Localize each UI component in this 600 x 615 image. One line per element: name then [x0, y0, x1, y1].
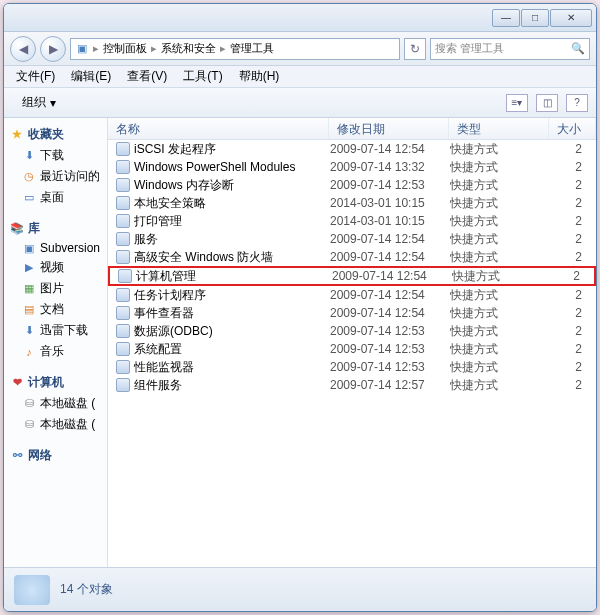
explorer-window: — □ ✕ ◀ ▶ ▣ ▸ 控制面板 ▸ 系统和安全 ▸ 管理工具 ↻ 搜索 管… — [3, 3, 597, 612]
sidebar-item-subversion[interactable]: ▣Subversion — [4, 239, 107, 257]
file-row[interactable]: 任务计划程序2009-07-14 12:54快捷方式2 — [108, 286, 596, 304]
shortcut-icon — [116, 250, 130, 264]
refresh-button[interactable]: ↻ — [404, 38, 426, 60]
file-row[interactable]: Windows 内存诊断2009-07-14 12:53快捷方式2 — [108, 176, 596, 194]
file-row[interactable]: 数据源(ODBC)2009-07-14 12:53快捷方式2 — [108, 322, 596, 340]
file-row[interactable]: iSCSI 发起程序2009-07-14 12:54快捷方式2 — [108, 140, 596, 158]
file-row[interactable]: 性能监视器2009-07-14 12:53快捷方式2 — [108, 358, 596, 376]
sidebar-item-documents[interactable]: ▤文档 — [4, 299, 107, 320]
file-size: 2 — [550, 160, 596, 174]
status-text: 14 个对象 — [60, 581, 113, 598]
chevron-right-icon[interactable]: ▸ — [151, 42, 157, 55]
sidebar-item-downloads[interactable]: ⬇下载 — [4, 145, 107, 166]
menu-tools[interactable]: 工具(T) — [177, 66, 228, 87]
sidebar-item-music[interactable]: ♪音乐 — [4, 341, 107, 362]
file-date: 2009-07-14 12:54 — [332, 269, 452, 283]
search-icon[interactable]: 🔍 — [571, 42, 585, 55]
sidebar-item-recent[interactable]: ◷最近访问的 — [4, 166, 107, 187]
sidebar-item-videos[interactable]: ▶视频 — [4, 257, 107, 278]
file-type: 快捷方式 — [450, 249, 550, 266]
forward-button[interactable]: ▶ — [40, 36, 66, 62]
sidebar-item-disk-d[interactable]: ⛁本地磁盘 ( — [4, 414, 107, 435]
file-row[interactable]: 系统配置2009-07-14 12:53快捷方式2 — [108, 340, 596, 358]
navigation-pane[interactable]: ★收藏夹 ⬇下载 ◷最近访问的 ▭桌面 📚库 ▣Subversion ▶视频 ▦… — [4, 118, 108, 567]
file-row[interactable]: 计算机管理2009-07-14 12:54快捷方式2 — [108, 266, 596, 286]
file-row[interactable]: 高级安全 Windows 防火墙2009-07-14 12:54快捷方式2 — [108, 248, 596, 266]
file-date: 2014-03-01 10:15 — [330, 196, 450, 210]
file-row[interactable]: 组件服务2009-07-14 12:57快捷方式2 — [108, 376, 596, 394]
sidebar-item-pictures[interactable]: ▦图片 — [4, 278, 107, 299]
close-button[interactable]: ✕ — [550, 9, 592, 27]
address-bar[interactable]: ▣ ▸ 控制面板 ▸ 系统和安全 ▸ 管理工具 — [70, 38, 400, 60]
file-name: 服务 — [134, 231, 158, 248]
chevron-right-icon[interactable]: ▸ — [220, 42, 226, 55]
maximize-button[interactable]: □ — [521, 9, 549, 27]
breadcrumb[interactable]: 管理工具 — [230, 41, 274, 56]
file-date: 2009-07-14 12:53 — [330, 342, 450, 356]
file-name: Windows 内存诊断 — [134, 177, 234, 194]
file-size: 2 — [552, 269, 594, 283]
menu-view[interactable]: 查看(V) — [121, 66, 173, 87]
column-type[interactable]: 类型 — [449, 118, 549, 139]
sidebar-item-xunlei[interactable]: ⬇迅雷下载 — [4, 320, 107, 341]
breadcrumb[interactable]: 控制面板 — [103, 41, 147, 56]
file-row[interactable]: 本地安全策略2014-03-01 10:15快捷方式2 — [108, 194, 596, 212]
menu-bar: 文件(F) 编辑(E) 查看(V) 工具(T) 帮助(H) — [4, 66, 596, 88]
column-name[interactable]: 名称 — [108, 118, 329, 139]
file-name: 高级安全 Windows 防火墙 — [134, 249, 273, 266]
network-icon: ⚯ — [10, 449, 24, 463]
file-date: 2009-07-14 13:32 — [330, 160, 450, 174]
star-icon: ★ — [10, 128, 24, 142]
sidebar-libraries[interactable]: 📚库 — [4, 218, 107, 239]
file-row[interactable]: 打印管理2014-03-01 10:15快捷方式2 — [108, 212, 596, 230]
sidebar-network[interactable]: ⚯网络 — [4, 445, 107, 466]
file-name: 任务计划程序 — [134, 287, 206, 304]
content-area: ★收藏夹 ⬇下载 ◷最近访问的 ▭桌面 📚库 ▣Subversion ▶视频 ▦… — [4, 118, 596, 567]
preview-pane-button[interactable]: ◫ — [536, 94, 558, 112]
sidebar-item-disk-c[interactable]: ⛁本地磁盘 ( — [4, 393, 107, 414]
file-size: 2 — [550, 196, 596, 210]
file-row[interactable]: 事件查看器2009-07-14 12:54快捷方式2 — [108, 304, 596, 322]
chevron-right-icon[interactable]: ▸ — [93, 42, 99, 55]
file-row[interactable]: 服务2009-07-14 12:54快捷方式2 — [108, 230, 596, 248]
heart-icon: ❤ — [10, 376, 24, 390]
sidebar-computer[interactable]: ❤计算机 — [4, 372, 107, 393]
desktop-icon: ▭ — [22, 191, 36, 205]
menu-edit[interactable]: 编辑(E) — [65, 66, 117, 87]
sidebar-item-desktop[interactable]: ▭桌面 — [4, 187, 107, 208]
file-list[interactable]: iSCSI 发起程序2009-07-14 12:54快捷方式2Windows P… — [108, 140, 596, 567]
breadcrumb[interactable]: 系统和安全 — [161, 41, 216, 56]
download-icon: ⬇ — [22, 324, 36, 338]
search-input[interactable]: 搜索 管理工具 🔍 — [430, 38, 590, 60]
file-size: 2 — [550, 378, 596, 392]
view-mode-button[interactable]: ≡▾ — [506, 94, 528, 112]
back-button[interactable]: ◀ — [10, 36, 36, 62]
computer-icon: ▣ — [75, 42, 89, 56]
download-icon: ⬇ — [22, 149, 36, 163]
file-date: 2009-07-14 12:54 — [330, 232, 450, 246]
minimize-button[interactable]: — — [492, 9, 520, 27]
file-date: 2009-07-14 12:53 — [330, 324, 450, 338]
file-size: 2 — [550, 342, 596, 356]
titlebar[interactable]: — □ ✕ — [4, 4, 596, 32]
sidebar-favorites[interactable]: ★收藏夹 — [4, 124, 107, 145]
file-size: 2 — [550, 250, 596, 264]
picture-icon: ▦ — [22, 282, 36, 296]
file-date: 2009-07-14 12:53 — [330, 360, 450, 374]
shortcut-icon — [116, 214, 130, 228]
help-button[interactable]: ? — [566, 94, 588, 112]
file-name: 数据源(ODBC) — [134, 323, 213, 340]
menu-file[interactable]: 文件(F) — [10, 66, 61, 87]
document-icon: ▤ — [22, 303, 36, 317]
search-placeholder: 搜索 管理工具 — [435, 41, 504, 56]
file-type: 快捷方式 — [450, 141, 550, 158]
organize-button[interactable]: 组织 ▾ — [12, 91, 66, 114]
column-size[interactable]: 大小 — [549, 118, 596, 139]
folder-icon: ▣ — [22, 241, 36, 255]
file-type: 快捷方式 — [452, 268, 552, 285]
file-row[interactable]: Windows PowerShell Modules2009-07-14 13:… — [108, 158, 596, 176]
file-date: 2009-07-14 12:57 — [330, 378, 450, 392]
menu-help[interactable]: 帮助(H) — [233, 66, 286, 87]
shortcut-icon — [116, 360, 130, 374]
column-date[interactable]: 修改日期 — [329, 118, 449, 139]
